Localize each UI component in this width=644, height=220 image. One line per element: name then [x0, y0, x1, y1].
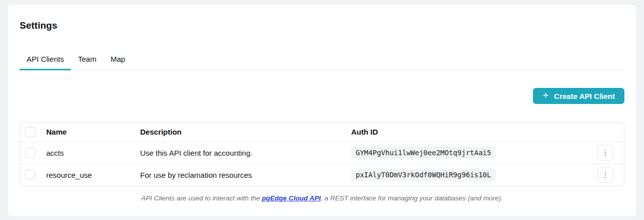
client-name: resource_use — [46, 164, 140, 186]
toolbar: + Create API Client — [20, 88, 624, 104]
auth-id-value: pxIAlyT0DmV3rkOdf0WQHiR9g96is10L — [351, 169, 496, 181]
create-api-client-label: Create API Client — [554, 92, 615, 100]
client-description: For use by reclamation resources — [140, 164, 351, 186]
api-clients-help-text: API Clients are used to interact with th… — [20, 194, 624, 203]
client-name: accts — [46, 142, 140, 164]
row-actions-menu-button[interactable]: ⋮ — [597, 145, 613, 161]
pgedge-cloud-api-link[interactable]: pgEdge Cloud API — [262, 194, 320, 202]
create-api-client-button[interactable]: + Create API Client — [533, 88, 624, 104]
tab-bar: API Clients Team Map — [20, 51, 624, 70]
table-row: resource_use For use by reclamation reso… — [20, 164, 624, 186]
client-description: Use this API client for accounting. — [140, 142, 351, 164]
kebab-icon: ⋮ — [602, 149, 609, 157]
column-header-auth-id: Auth ID — [351, 123, 592, 142]
table-row: accts Use this API client for accounting… — [20, 142, 624, 164]
api-clients-table: Name Description Auth ID accts Use this … — [20, 122, 624, 186]
column-header-description: Description — [140, 123, 351, 142]
auth-id-value: GYM4PgVhui1lwWej0ee2MOtq9jrtAai5 — [351, 147, 496, 159]
help-text-after: , a REST interface for managing your dat… — [320, 194, 502, 202]
kebab-icon: ⋮ — [602, 171, 609, 179]
row-checkbox[interactable] — [25, 148, 35, 158]
table-header-row: Name Description Auth ID — [20, 123, 624, 142]
tab-team[interactable]: Team — [71, 51, 103, 70]
row-checkbox[interactable] — [25, 170, 35, 180]
settings-card: Settings API Clients Team Map + Create A… — [7, 4, 637, 217]
row-actions-menu-button[interactable]: ⋮ — [597, 167, 613, 183]
select-all-checkbox[interactable] — [25, 127, 35, 137]
help-text-before: API Clients are used to interact with th… — [141, 194, 262, 202]
plus-icon: + — [543, 90, 549, 100]
page-title: Settings — [20, 19, 624, 33]
tab-map[interactable]: Map — [103, 51, 132, 70]
column-header-name: Name — [46, 123, 140, 142]
tab-api-clients[interactable]: API Clients — [20, 51, 71, 70]
